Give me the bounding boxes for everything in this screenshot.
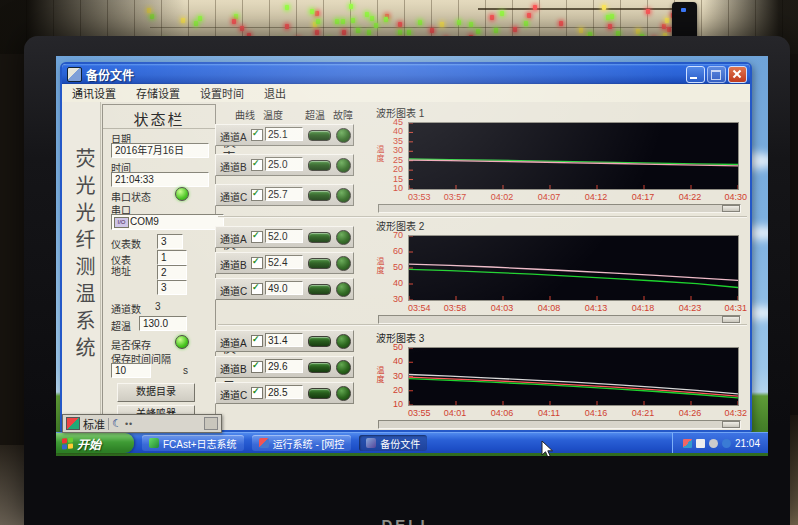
save-label: 是否保存: [111, 337, 151, 352]
curve-checkbox[interactable]: [251, 387, 263, 399]
curve-checkbox[interactable]: [251, 335, 263, 347]
chart-scrollbar[interactable]: [378, 204, 741, 213]
task-button-fcast[interactable]: FCAst+日志系统: [142, 435, 244, 451]
panel-indicator-led: [513, 27, 517, 32]
io-connector-icon: I/O: [114, 217, 129, 228]
x-axis-ticks: 03:5403:5804:0304:0804:1304:1804:2304:31: [408, 303, 741, 313]
system-name-vertical: 荧光光纤测温系统: [70, 148, 99, 364]
serial-port-combo[interactable]: I/O COM9: [111, 214, 224, 230]
ime-mode-label[interactable]: 标准: [83, 416, 105, 432]
tray-icon-3[interactable]: [709, 439, 718, 448]
fault-led: [336, 230, 351, 245]
overtemp-label: 超温: [111, 318, 131, 333]
scrollbar-knob[interactable]: [722, 205, 740, 212]
time-value: 21:04:33: [111, 172, 209, 187]
save-interval-value[interactable]: 10: [111, 363, 151, 378]
group-separator: [218, 216, 747, 217]
scrollbar-knob[interactable]: [722, 316, 740, 323]
overtemp-led: [308, 336, 331, 347]
panel-indicator-led: [285, 5, 289, 10]
task-button-run-system[interactable]: 运行系统 - [网控: [252, 435, 352, 451]
y-axis-ticks: 5040302010: [377, 347, 405, 404]
panel-indicator-led: [527, 13, 531, 18]
panel-indicator-led: [524, 21, 528, 26]
temperature-value: 25.1: [265, 127, 303, 141]
close-button[interactable]: [728, 66, 747, 83]
tray-icon-2[interactable]: [696, 439, 705, 448]
tray-icon-4[interactable]: [722, 439, 731, 448]
language-toolbar[interactable]: 标准 ☾ ••: [62, 414, 222, 433]
tray-icon-1[interactable]: [683, 439, 692, 448]
window-title: 备份文件: [86, 66, 134, 83]
minimize-button[interactable]: [686, 66, 705, 83]
status-panel: 状态栏 日期 2016年7月16日 时间 21:04:33 串口状态 串口 I/…: [102, 104, 216, 428]
fault-led: [336, 188, 351, 203]
ime-icon[interactable]: [66, 417, 80, 430]
menu-item-exit[interactable]: 退出: [254, 83, 296, 103]
temperature-value: 29.6: [265, 359, 303, 373]
panel-indicator-led: [240, 26, 244, 31]
menu-bar: 通讯设置 存储设置 设置时间 退出: [62, 84, 750, 103]
system-tray: 21:04: [672, 433, 768, 453]
waveform-chart-2: 波形图表 2 温度 7060504030 03:5403:5804:0304:0…: [373, 218, 746, 324]
panel-indicator-led: [367, 30, 371, 35]
app-icon: [67, 67, 82, 82]
channel-row: 通道C 49.0: [215, 278, 354, 300]
channel-label: 通道B: [220, 361, 247, 376]
panel-indicator-led: [370, 16, 374, 21]
meter-count-value[interactable]: 3: [157, 234, 183, 249]
start-button[interactable]: 开始: [56, 433, 134, 453]
curve-checkbox[interactable]: [251, 129, 263, 141]
curve-checkbox[interactable]: [251, 159, 263, 171]
temperature-value: 49.0: [265, 281, 303, 295]
scrollbar-knob[interactable]: [722, 421, 740, 428]
channel-label: 通道C: [220, 283, 247, 298]
panel-indicator-led: [232, 19, 236, 24]
divider: [108, 418, 109, 430]
panel-indicator-led: [602, 5, 606, 10]
channel-label: 通道C: [220, 387, 247, 402]
curve-checkbox[interactable]: [251, 189, 263, 201]
panel-indicator-led: [398, 30, 402, 35]
task-label: FCAst+日志系统: [163, 436, 237, 451]
channel-row: 通道A 31.4: [215, 330, 354, 352]
panel-indicator-led: [374, 23, 378, 28]
task-button-backup[interactable]: 备份文件: [359, 435, 427, 451]
waveform-chart-3: 波形图表 3 温度 5040302010 03:5504:0104:0604:1…: [373, 330, 746, 426]
meter-addr-label-2: 地址: [111, 263, 131, 278]
overtemp-value[interactable]: 130.0: [139, 316, 187, 331]
channel-count-value: 3: [155, 301, 161, 312]
meter-addr-2[interactable]: 2: [157, 265, 187, 280]
chart-scrollbar[interactable]: [378, 315, 741, 324]
fault-led: [336, 386, 351, 401]
tray-clock[interactable]: 21:04: [735, 438, 760, 449]
curve-checkbox[interactable]: [251, 283, 263, 295]
curve-checkbox[interactable]: [251, 257, 263, 269]
title-bar[interactable]: 备份文件: [62, 64, 750, 84]
meter-addr-1[interactable]: 1: [157, 250, 187, 265]
more-dots-icon[interactable]: ••: [125, 419, 133, 429]
temperature-value: 25.0: [265, 157, 303, 171]
maximize-button[interactable]: [707, 66, 726, 83]
panel-indicator-led: [349, 4, 353, 9]
moon-icon[interactable]: ☾: [112, 418, 122, 429]
curve-checkbox[interactable]: [251, 231, 263, 243]
toolbar-options-icon[interactable]: [204, 417, 218, 430]
menu-item-storage-settings[interactable]: 存储设置: [126, 83, 190, 103]
save-status-led: [175, 335, 189, 349]
overtemp-led: [308, 190, 331, 201]
data-directory-button[interactable]: 数据目录: [117, 383, 195, 402]
menu-item-set-time[interactable]: 设置时间: [190, 83, 254, 103]
channel-row: 通道A 25.1: [215, 124, 354, 146]
panel-indicator-led: [646, 9, 650, 14]
meter-addr-3[interactable]: 3: [157, 280, 187, 295]
menu-item-comm-settings[interactable]: 通讯设置: [62, 83, 126, 103]
fault-led: [336, 256, 351, 271]
plot-area: [408, 122, 739, 190]
curve-checkbox[interactable]: [251, 361, 263, 373]
save-interval-unit: s: [183, 365, 188, 376]
chart-scrollbar[interactable]: [378, 420, 741, 429]
panel-indicator-led: [662, 24, 666, 29]
header-temperature: 温度: [261, 107, 285, 122]
task-label: 备份文件: [380, 436, 420, 451]
